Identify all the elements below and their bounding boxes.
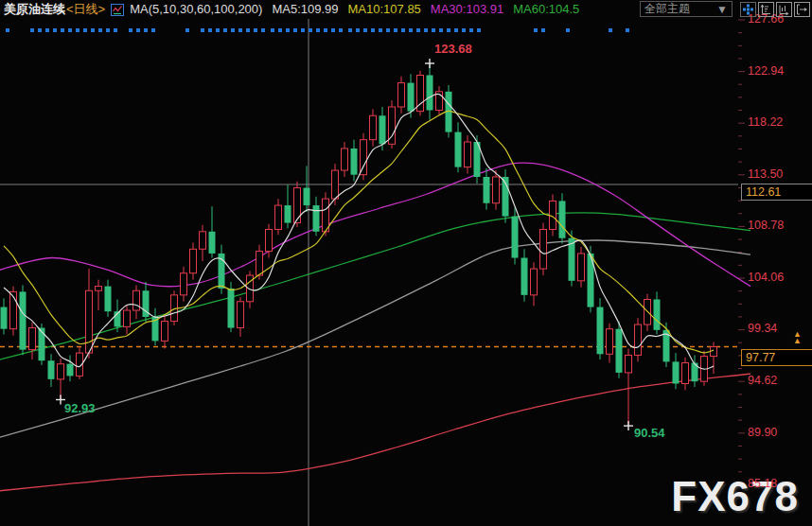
candle-body bbox=[380, 115, 386, 144]
axis-label: 89.90 bbox=[748, 426, 777, 439]
candle-body bbox=[162, 322, 168, 342]
x-axis-scale-icon[interactable] bbox=[776, 2, 792, 17]
ma-line-ma10 bbox=[4, 111, 714, 353]
event-dot bbox=[201, 28, 204, 32]
event-dot bbox=[278, 28, 282, 32]
axis-label: 108.78 bbox=[748, 219, 784, 232]
event-dot bbox=[432, 28, 435, 32]
y-axis-scale-icon[interactable] bbox=[758, 2, 774, 17]
candle-body bbox=[48, 360, 55, 379]
event-dot bbox=[6, 28, 9, 32]
event-dot bbox=[477, 28, 481, 32]
event-dot bbox=[324, 28, 327, 32]
event-dot bbox=[309, 28, 312, 32]
candle-body bbox=[427, 75, 433, 110]
candle-body bbox=[200, 232, 206, 249]
event-dot bbox=[447, 28, 450, 32]
event-dot bbox=[609, 28, 612, 32]
event-dot bbox=[439, 28, 443, 32]
event-dot bbox=[151, 28, 155, 32]
chart-plot-area[interactable] bbox=[0, 0, 812, 526]
axis-reset-icon[interactable] bbox=[794, 2, 810, 17]
candle-body bbox=[294, 188, 301, 223]
event-dot bbox=[424, 28, 428, 32]
candle-body bbox=[465, 142, 471, 167]
event-dot bbox=[216, 28, 220, 32]
event-dot bbox=[386, 28, 390, 32]
event-dot bbox=[144, 28, 148, 32]
candle-body bbox=[313, 205, 320, 232]
ma-params-label: MA(5,10,30,60,100,200) bbox=[130, 2, 262, 16]
ma-value: MA10:107.85 bbox=[348, 2, 421, 16]
event-dot bbox=[231, 28, 235, 32]
event-dot bbox=[61, 28, 64, 32]
event-dot bbox=[416, 28, 420, 32]
event-dot bbox=[301, 28, 305, 32]
candle-body bbox=[493, 177, 500, 203]
candle-body bbox=[29, 328, 36, 350]
event-dot bbox=[129, 28, 132, 32]
candle-body bbox=[190, 249, 197, 272]
event-dot bbox=[394, 28, 397, 32]
symbol-title: 美原油连续 bbox=[4, 1, 65, 18]
event-dot bbox=[83, 28, 87, 32]
candle-body bbox=[531, 269, 538, 295]
axis-label: 99.34 bbox=[748, 322, 777, 335]
event-dot bbox=[469, 28, 473, 32]
event-dot bbox=[246, 28, 250, 32]
event-dot bbox=[223, 28, 227, 32]
candle-body bbox=[266, 229, 273, 251]
event-dot bbox=[136, 28, 140, 32]
event-dot bbox=[30, 28, 34, 32]
theme-selector-label: 全部主题 bbox=[644, 1, 690, 17]
chart-window: 美原油连续<日线> MA(5,10,30,60,100,200) MA5:109… bbox=[0, 0, 812, 526]
event-dot bbox=[68, 28, 72, 32]
ma-value: MA60:104.5 bbox=[513, 2, 579, 16]
candle-body bbox=[1, 307, 8, 329]
candle-body bbox=[635, 324, 642, 355]
event-dot bbox=[185, 28, 189, 32]
event-dot bbox=[45, 28, 49, 32]
event-dot bbox=[98, 28, 102, 32]
event-dot bbox=[534, 28, 538, 32]
candle-body bbox=[484, 177, 490, 203]
event-dot bbox=[316, 28, 320, 32]
caret-down-icon: ▼ bbox=[716, 3, 728, 16]
candle-body bbox=[256, 252, 263, 275]
candle-body bbox=[370, 115, 377, 139]
event-dot bbox=[271, 28, 274, 32]
low-annotation-right: 90.54 bbox=[634, 426, 665, 440]
candle-body bbox=[361, 140, 367, 175]
event-dot bbox=[286, 28, 290, 32]
low-annotation-left: 92.93 bbox=[64, 401, 96, 415]
event-dot bbox=[261, 28, 265, 32]
event-dot bbox=[106, 28, 110, 32]
ma-line-ma30 bbox=[0, 163, 750, 287]
event-dot bbox=[208, 28, 212, 32]
candle-body bbox=[275, 205, 282, 229]
candle-body bbox=[238, 302, 244, 328]
candle-body bbox=[455, 132, 462, 167]
candle-body bbox=[408, 83, 415, 112]
candle-body bbox=[323, 199, 329, 232]
ma-value: MA5:109.99 bbox=[272, 2, 338, 16]
event-dot bbox=[91, 28, 95, 32]
candle-body bbox=[304, 188, 310, 205]
candle-body bbox=[96, 287, 102, 291]
period-label: <日线> bbox=[66, 1, 105, 18]
event-dot bbox=[339, 28, 343, 32]
event-dot bbox=[76, 28, 79, 32]
crosshair-tool-icon[interactable] bbox=[740, 2, 756, 17]
theme-selector-dropdown[interactable]: 全部主题 ▼ bbox=[640, 1, 733, 17]
event-dot bbox=[348, 28, 352, 32]
axis-label: 118.22 bbox=[748, 115, 783, 129]
candle-body bbox=[682, 363, 689, 384]
candle-body bbox=[209, 232, 216, 254]
candle-body bbox=[616, 329, 623, 373]
axis-label: 104.06 bbox=[748, 271, 784, 284]
candle-body bbox=[351, 149, 358, 175]
event-dot bbox=[238, 28, 242, 32]
candle-body bbox=[332, 170, 339, 199]
candle-body bbox=[673, 361, 680, 383]
event-dot bbox=[626, 28, 629, 32]
